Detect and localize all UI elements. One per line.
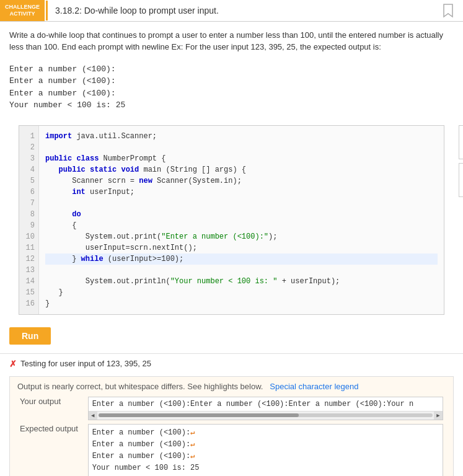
your-output-row: Your output Enter a number (<100):Enter … bbox=[17, 395, 446, 422]
all-tests-label: All tests passed bbox=[461, 182, 463, 194]
badge-text: CHALLENGEACTIVITY bbox=[5, 4, 40, 17]
code-line-8: do bbox=[45, 209, 438, 220]
scrollbar-track[interactable] bbox=[99, 413, 433, 417]
your-output-cell: Enter a number (<100):Enter a number (<1… bbox=[86, 395, 446, 422]
test-1-label: 1 test passed bbox=[461, 144, 463, 156]
code-line-4: public static void main (String [] args)… bbox=[45, 164, 438, 175]
all-tests-passed-icon[interactable]: All tests passed bbox=[459, 163, 463, 197]
code-line-13 bbox=[45, 265, 438, 276]
code-editor-wrapper: 1 2 3 4 5 6 7 8 9 10 11 12 13 14 15 16 i… bbox=[9, 125, 454, 315]
test-fail-icon: ✗ bbox=[9, 359, 17, 369]
code-line-1: import java.util.Scanner; bbox=[45, 131, 438, 142]
code-line-6: int userInput; bbox=[45, 187, 438, 198]
page-header: CHALLENGEACTIVITY 3.18.2: Do-while loop … bbox=[0, 0, 463, 22]
code-content[interactable]: import java.util.Scanner; public class N… bbox=[39, 126, 444, 314]
expected-output-line-3: Enter a number (<100):↵ bbox=[92, 451, 439, 462]
code-line-3: public class NumberPrompt { bbox=[45, 153, 438, 164]
code-line-5: Scanner scrn = new Scanner(System.in); bbox=[45, 175, 438, 187]
scroll-left-arrow[interactable]: ◀ bbox=[89, 411, 97, 420]
code-line-15: } bbox=[45, 287, 438, 298]
expected-output-line-1: Enter a number (<100):↵ bbox=[92, 427, 439, 439]
run-button[interactable]: Run bbox=[9, 327, 51, 345]
code-line-11: userInput=scrn.nextInt(); bbox=[45, 242, 438, 253]
bookmark-icon[interactable] bbox=[439, 2, 457, 19]
expected-line-1: Enter a number (<100): bbox=[9, 63, 454, 76]
newline-marker-1: ↵ bbox=[190, 428, 195, 437]
expected-output-line-4: Your number < 100 is: 25 bbox=[92, 462, 439, 474]
code-line-7 bbox=[45, 198, 438, 209]
expected-line-3: Enter a number (<100): bbox=[9, 87, 454, 100]
description-text: Write a do-while loop that continues to … bbox=[0, 22, 463, 58]
expected-output-box: Enter a number (<100):↵ Enter a number (… bbox=[88, 424, 443, 476]
side-icons: 1 test passed All tests passed bbox=[459, 125, 463, 197]
expected-output-preview: Enter a number (<100): Enter a number (<… bbox=[0, 58, 463, 119]
expected-line-4: Your number < 100 is: 25 bbox=[9, 99, 454, 112]
expected-output-row: Expected output Enter a number (<100):↵ … bbox=[17, 422, 446, 476]
expected-output-line-2: Enter a number (<100):↵ bbox=[92, 439, 439, 451]
page-title: 3.18.2: Do-while loop to prompt user inp… bbox=[46, 1, 439, 20]
code-line-14: System.out.println("Your number < 100 is… bbox=[45, 276, 438, 287]
code-line-9: { bbox=[45, 220, 438, 231]
code-line-16: } bbox=[45, 298, 438, 309]
challenge-badge: CHALLENGEACTIVITY bbox=[0, 0, 45, 21]
special-char-link[interactable]: Special character legend bbox=[270, 382, 358, 391]
code-editor[interactable]: 1 2 3 4 5 6 7 8 9 10 11 12 13 14 15 16 i… bbox=[19, 125, 444, 315]
test-1-passed-icon[interactable]: 1 test passed bbox=[459, 125, 463, 159]
output-compare-section: Output is nearly correct, but whitespace… bbox=[9, 376, 454, 476]
your-output-box[interactable]: Enter a number (<100):Enter a number (<1… bbox=[88, 397, 443, 420]
run-section: Run bbox=[0, 321, 463, 351]
output-compare-text: Output is nearly correct, but whitespace… bbox=[17, 382, 263, 391]
newline-marker-2: ↵ bbox=[190, 440, 195, 449]
expected-output-label: Expected output bbox=[17, 422, 86, 476]
code-line-2 bbox=[45, 142, 438, 153]
test-result-text: Testing for user input of 123, 395, 25 bbox=[20, 359, 151, 368]
line-numbers: 1 2 3 4 5 6 7 8 9 10 11 12 13 14 15 16 bbox=[19, 126, 39, 314]
scrollbar-thumb bbox=[99, 413, 299, 417]
your-output-label: Your output bbox=[17, 395, 86, 422]
scroll-right-arrow[interactable]: ▶ bbox=[434, 411, 443, 420]
expected-line-2: Enter a number (<100): bbox=[9, 75, 454, 87]
output-table: Your output Enter a number (<100):Enter … bbox=[17, 395, 446, 476]
expected-output-cell: Enter a number (<100):↵ Enter a number (… bbox=[86, 422, 446, 476]
output-compare-message: Output is nearly correct, but whitespace… bbox=[17, 382, 446, 391]
newline-marker-3: ↵ bbox=[190, 452, 195, 461]
code-line-12: } while (userInput>=100); bbox=[45, 253, 438, 265]
test-result: ✗ Testing for user input of 123, 395, 25 bbox=[0, 356, 463, 374]
code-line-10: System.out.print("Enter a number (<100):… bbox=[45, 231, 438, 242]
output-scrollbar[interactable]: ◀ ▶ bbox=[89, 411, 443, 420]
your-output-value: Enter a number (<100):Enter a number (<1… bbox=[89, 397, 443, 411]
